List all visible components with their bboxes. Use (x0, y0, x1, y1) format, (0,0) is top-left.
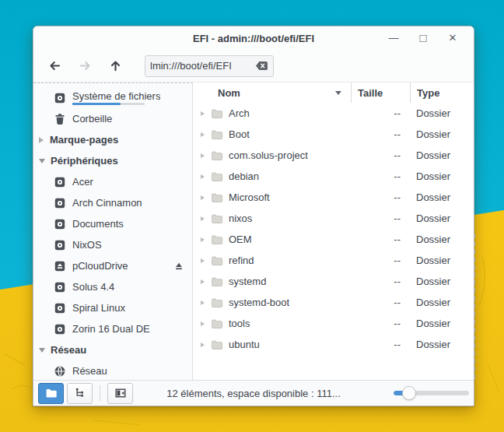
file-name: systemd (229, 276, 266, 287)
location-input[interactable]: lmin:///boot/efi/EFI (145, 55, 274, 77)
zoom-slider-knob[interactable] (402, 386, 416, 400)
file-size: -- (351, 149, 410, 161)
file-type: Dossier (410, 297, 474, 308)
file-type: Dossier (410, 128, 474, 140)
harddisk-icon (54, 302, 66, 314)
folder-icon (211, 191, 223, 204)
table-row[interactable]: tools--Dossier (193, 313, 474, 334)
zoom-slider[interactable] (394, 386, 469, 400)
column-label-nom: Nom (218, 87, 240, 99)
table-row[interactable]: systemd-boot--Dossier (193, 292, 474, 313)
sort-descending-icon (335, 91, 341, 95)
sidebar-item-text: Solus 4.4 (72, 281, 114, 293)
expander-icon[interactable] (201, 216, 205, 221)
column-header-type[interactable]: Type (410, 83, 474, 103)
table-row[interactable]: OEM--Dossier (193, 229, 474, 250)
sidebar-item-text: pCloudDrive (72, 260, 128, 272)
sidebar-item-systeme-de-fichiers[interactable]: Système de fichiers (33, 87, 192, 108)
file-name-cell: Boot (193, 128, 351, 141)
file-size: -- (351, 297, 410, 308)
table-row[interactable]: Arch--Dossier (193, 103, 474, 124)
sidebar-section-reseau[interactable]: Réseau (33, 339, 192, 360)
table-row[interactable]: refind--Dossier (193, 250, 474, 271)
file-name-cell: systemd-boot (193, 297, 351, 309)
file-size: -- (351, 234, 410, 245)
minimize-button[interactable]: — (379, 26, 408, 50)
file-size: -- (351, 276, 410, 287)
back-button[interactable] (43, 54, 66, 78)
expander-icon[interactable] (201, 132, 205, 137)
chevron-right-icon[interactable] (39, 137, 44, 143)
table-row[interactable]: Boot--Dossier (193, 124, 474, 145)
toolbar: lmin:///boot/efi/EFI (33, 50, 474, 83)
sidebar-section-marque-pages[interactable]: Marque-pages (33, 129, 192, 150)
sidebar-item-text: Zorin 16 Dual DE (72, 323, 150, 335)
sidebar-item-label: Documents (72, 218, 124, 230)
sidebar-item-pclouddrive[interactable]: pCloudDrive (33, 255, 192, 276)
toggle-sidebar-button[interactable] (107, 383, 133, 404)
file-name-cell: ubuntu (193, 339, 351, 351)
table-row[interactable]: ubuntu--Dossier (193, 334, 474, 355)
folder-icon (211, 107, 223, 120)
expander-icon[interactable] (201, 342, 205, 347)
sidebar-section-peripheriques[interactable]: Périphériques (33, 150, 192, 171)
file-type: Dossier (410, 191, 474, 203)
sidebar-item-text: Spiral Linux (72, 302, 125, 314)
sidebar-item-acer[interactable]: Acer (33, 171, 192, 192)
file-list: Arch--DossierBoot--Dossiercom.solus-proj… (193, 103, 474, 355)
sidebar-section-label: Réseau (51, 344, 86, 356)
column-header-nom[interactable]: Nom (193, 83, 351, 103)
file-size: -- (351, 318, 410, 329)
file-name-cell: debian (193, 170, 351, 183)
list-view-button[interactable] (67, 383, 93, 404)
up-button[interactable] (103, 54, 127, 78)
clear-location-icon[interactable] (255, 61, 268, 71)
sidebar-item-spiral-linux[interactable]: Spiral Linux (33, 297, 192, 318)
file-size: -- (351, 212, 410, 224)
expander-icon[interactable] (201, 174, 205, 179)
file-name-cell: Microsoft (193, 191, 351, 204)
file-type: Dossier (410, 339, 474, 350)
forward-button[interactable] (73, 54, 96, 78)
sidebar-item-reseau[interactable]: Réseau (33, 360, 192, 380)
expander-icon[interactable] (201, 153, 205, 158)
table-row[interactable]: com.solus-project--Dossier (193, 145, 474, 166)
chevron-down-icon[interactable] (39, 159, 45, 163)
sidebar-item-arch-cinnamon[interactable]: Arch Cinnamon (33, 192, 192, 213)
file-manager-window: EFI - admin:///boot/efi/EFI — □ ✕ lmin:/… (33, 26, 474, 406)
sidebar-item-documents[interactable]: Documents (33, 213, 192, 234)
location-text: lmin:///boot/efi/EFI (150, 60, 252, 72)
expander-icon[interactable] (201, 111, 205, 116)
folder-icon (211, 255, 223, 267)
sidebar-item-zorin-16-dual-de[interactable]: Zorin 16 Dual DE (33, 318, 192, 339)
eject-button[interactable] (173, 261, 184, 272)
folder-icon (211, 212, 223, 225)
table-row[interactable]: nixos--Dossier (193, 208, 474, 229)
column-label-type: Type (417, 87, 439, 99)
expander-icon[interactable] (201, 258, 205, 263)
harddisk-icon (54, 176, 66, 188)
file-size: -- (351, 170, 410, 182)
table-row[interactable]: debian--Dossier (193, 166, 474, 187)
expander-icon[interactable] (201, 300, 205, 305)
sidebar-item-solus-4-4[interactable]: Solus 4.4 (33, 276, 192, 297)
sidebar-item-text: Documents (72, 218, 124, 230)
expander-icon[interactable] (201, 237, 205, 242)
harddisk-icon (54, 281, 66, 293)
icon-view-button[interactable] (38, 383, 64, 404)
table-row[interactable]: systemd--Dossier (193, 271, 474, 292)
sidebar-item-corbeille[interactable]: Corbeille (33, 108, 192, 129)
titlebar[interactable]: EFI - admin:///boot/efi/EFI — □ ✕ (33, 26, 474, 50)
harddisk-icon (54, 197, 66, 209)
file-type: Dossier (410, 149, 474, 161)
expander-icon[interactable] (201, 279, 205, 284)
expander-icon[interactable] (201, 321, 205, 326)
chevron-down-icon[interactable] (39, 348, 45, 353)
table-row[interactable]: Microsoft--Dossier (193, 187, 474, 208)
close-button[interactable]: ✕ (438, 26, 467, 50)
file-type: Dossier (410, 212, 474, 224)
maximize-button[interactable]: □ (408, 26, 438, 50)
sidebar-item-nixos[interactable]: NixOS (33, 234, 192, 255)
column-header-taille[interactable]: Taille (351, 83, 410, 103)
expander-icon[interactable] (201, 195, 205, 200)
